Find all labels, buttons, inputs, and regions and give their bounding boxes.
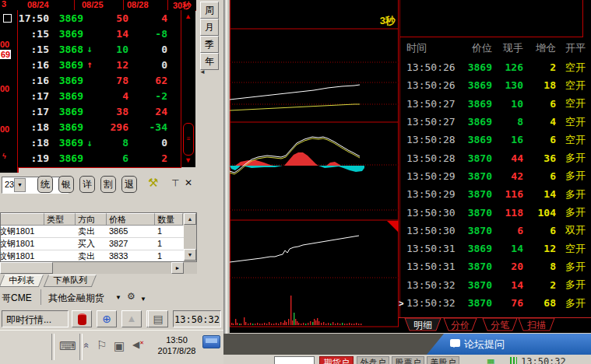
collapse-left-icon[interactable]: ◄ <box>199 68 206 75</box>
order-hscrollbar[interactable]: ► <box>0 262 197 274</box>
us-stock-account-button[interactable]: 美股户 <box>427 356 459 364</box>
date-tab[interactable]: 08/28 <box>127 0 149 9</box>
trade-row[interactable]: 13:50:27 3869 8 4 空开 <box>399 113 591 131</box>
trade-rows[interactable]: 13:50:26 3869 126 2 空开 13:50:26 3869 130… <box>399 58 591 312</box>
close-icon[interactable]: ✕ <box>185 177 192 188</box>
stock-account-button[interactable]: 股票户 <box>392 356 424 364</box>
tick-row[interactable]: 17:50 3869 50 4 <box>18 10 181 26</box>
database-button[interactable] <box>72 310 92 327</box>
trade-row[interactable]: 13:50:31 3869 14 12 空开 <box>399 240 591 257</box>
network-button[interactable]: ⊕ <box>97 310 117 327</box>
date-tab[interactable]: 08/24 <box>27 0 49 9</box>
tick-row[interactable]: :16 3869 78 62 <box>18 72 181 88</box>
tick-row[interactable]: :18 3869 296 -34 <box>18 120 181 135</box>
period-month-button[interactable]: 月 <box>200 19 219 36</box>
futures-account-button[interactable]: 期货户 <box>319 356 354 364</box>
panel-splitter[interactable] <box>223 0 230 355</box>
trade-row[interactable]: 13:50:30 3870 6 6 双开 <box>399 222 591 240</box>
tick-scrollbar[interactable]: ▲ ≡ ▼ <box>181 10 195 167</box>
col-side[interactable]: 开平 <box>556 41 586 55</box>
chevron-icon[interactable]: « <box>81 343 92 348</box>
order-vscrollbar[interactable]: ▲ ▼ <box>184 213 196 261</box>
combo-dropdown-icon[interactable]: ▼ <box>14 178 26 192</box>
bank-button[interactable]: 银 <box>58 176 74 193</box>
col-add[interactable]: 增仓 <box>523 41 556 55</box>
order-type <box>44 226 76 237</box>
tick-row[interactable]: :15 3869 14 -8 <box>18 26 181 41</box>
more-dropdown-icon[interactable]: ▼ <box>140 296 146 303</box>
detail-tabs[interactable]: 明细分价分笔扫描 <box>399 317 591 333</box>
chart-area[interactable]: 3秒 <box>230 0 399 333</box>
sheet-tab[interactable]: 下单队列 <box>44 275 97 287</box>
realtime-quote-button[interactable]: 即时行情... <box>2 310 69 327</box>
account-bar: 期货户 外盘户 股票户 美股户 ▦ 13:50:32 CHFF <box>223 355 591 364</box>
speaker-muted-icon[interactable]: ◀ <box>132 339 139 350</box>
account-input[interactable] <box>274 356 315 364</box>
scroll-up-icon[interactable]: ▲ <box>184 213 196 225</box>
flag-icon[interactable]: ⚐ <box>97 338 107 352</box>
stats-button[interactable]: 统 <box>37 176 53 193</box>
trade-row[interactable]: 13:50:26 3869 130 18 空开 <box>399 76 591 94</box>
period-quarter-button[interactable]: 季 <box>200 36 219 53</box>
cut-button[interactable]: 割 <box>100 176 116 193</box>
tick-volume: 78 <box>96 75 128 86</box>
cabinet-button[interactable]: ▤ <box>148 310 168 327</box>
trade-row[interactable]: 13:50:28 3870 44 36 多开 <box>399 149 591 166</box>
trade-row[interactable]: 13:50:29 3870 116 14 多开 <box>399 185 591 203</box>
tick-row[interactable]: :17 3869 4 -2 <box>18 88 181 103</box>
col-direction[interactable]: 方向 <box>76 213 107 226</box>
order-row[interactable]: 纹钢1801 卖出 3833 1 <box>1 250 196 263</box>
order-row[interactable]: 纹钢1801 卖出 3865 1 <box>1 226 196 238</box>
monitors-icon[interactable]: ▣ <box>114 339 125 353</box>
sheet-tab[interactable]: 中列表 <box>0 275 44 287</box>
show-desktop-button[interactable] <box>202 335 220 348</box>
trade-row[interactable]: > 13:50:32 3870 76 68 多开 <box>399 294 591 312</box>
date-tab[interactable]: 08/25 <box>82 0 104 9</box>
col-time[interactable]: 时间 <box>406 41 456 55</box>
gear-icon[interactable]: ⚙ <box>127 291 135 302</box>
order-direction: 卖出 <box>76 250 107 262</box>
trade-row[interactable]: 13:50:30 3870 118 104 多开 <box>399 203 591 221</box>
tick-row[interactable]: :19 3869 6 2 <box>18 151 181 166</box>
trade-row[interactable]: 13:50:26 3869 126 2 空开 <box>399 58 591 76</box>
foreign-account-button[interactable]: 外盘户 <box>357 356 389 364</box>
scroll-down-icon[interactable]: ▼ <box>183 156 193 166</box>
hscroll-thumb[interactable] <box>0 262 53 274</box>
forum-button[interactable]: 论坛提问 <box>427 334 591 355</box>
trade-time: 13:50:28 <box>406 134 456 145</box>
col-lot[interactable]: 现手 <box>492 41 523 55</box>
tick-row[interactable]: :17 3869 38 24 <box>18 104 181 120</box>
period-year-button[interactable]: 年 <box>200 53 219 70</box>
scroll-down-icon[interactable]: ▼ <box>184 249 196 261</box>
scrollbar-thumb[interactable]: ≡ <box>183 123 194 156</box>
scroll-up-icon[interactable]: ▲ <box>183 12 193 22</box>
tick-row[interactable]: :15 3868 ↓ 10 0 <box>18 41 181 57</box>
period-week-button[interactable]: 周 <box>200 2 219 19</box>
tick-list[interactable]: 17:50 3869 50 4 :15 3869 14 -8 :15 3868 … <box>17 10 181 168</box>
trade-row[interactable]: 13:50:32 3870 14 2 多开 <box>399 276 591 294</box>
tick-row[interactable]: :18 3869 ↓ 8 0 <box>18 135 181 151</box>
trade-detail-panel: 时间 价位 现手 增仓 开平 13:50:26 3869 126 2 空开 <box>399 0 591 333</box>
order-row[interactable]: 纹钢1801 买入 3827 1 <box>1 238 196 250</box>
market-selector[interactable]: 其他金融期货 <box>48 292 104 305</box>
detail-button[interactable]: 详 <box>79 176 95 193</box>
trade-row[interactable]: 13:50:28 3869 16 6 空开 <box>399 131 591 149</box>
tick-row[interactable]: :16 3869 ↑ 12 0 <box>18 57 181 72</box>
scroll-right-icon[interactable]: ► <box>171 262 184 274</box>
tools-icon[interactable]: ⚒ <box>148 176 158 190</box>
speech-bubble-icon <box>450 339 460 347</box>
alert-button[interactable]: ▲ <box>121 310 142 327</box>
pin-icon[interactable]: ⊥ <box>171 177 179 188</box>
col-type[interactable]: 类型 <box>44 213 76 226</box>
col-qty[interactable]: 数量 <box>155 213 183 226</box>
keyboard-icon[interactable]: ⌨ <box>59 339 76 353</box>
trade-row[interactable]: 13:50:31 3870 20 8 多开 <box>399 257 591 275</box>
col-contract[interactable] <box>1 213 44 226</box>
exchange-label[interactable]: 哥CME <box>2 292 32 305</box>
trade-row[interactable]: 13:50:27 3869 10 6 空开 <box>399 95 591 113</box>
selector-dropdown-icon[interactable]: ▼ <box>115 294 121 301</box>
exit-button[interactable]: 退 <box>121 176 137 193</box>
col-price[interactable]: 价位 <box>456 41 492 55</box>
trade-row[interactable]: 13:50:29 3870 42 6 多开 <box>399 167 591 185</box>
col-price[interactable]: 价格 <box>107 213 155 226</box>
